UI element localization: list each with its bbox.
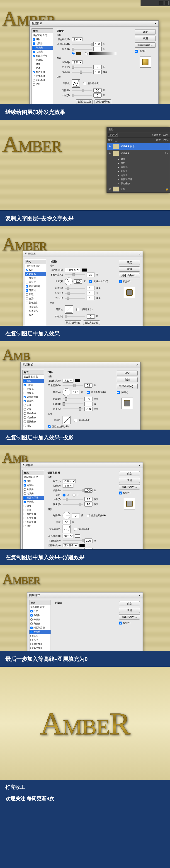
angle-input[interactable]	[72, 514, 80, 518]
blend-mode-select[interactable]: 正常	[108, 133, 117, 136]
visibility-icon[interactable]: 👁	[108, 152, 111, 155]
glow-color-radio[interactable]	[72, 52, 75, 55]
choke-slider[interactable]	[65, 293, 85, 293]
tool-icon[interactable]	[159, 1, 163, 5]
noise-slider[interactable]	[72, 49, 92, 50]
dialog-titlebar[interactable]: 图层样式✕	[21, 463, 143, 468]
opacity-input[interactable]	[93, 42, 102, 46]
cancel-button[interactable]: 取消	[119, 267, 140, 272]
bevel-style-select[interactable]: 内斜面	[63, 479, 76, 483]
size-input[interactable]	[87, 296, 95, 300]
style-item[interactable]: 内发光	[32, 50, 53, 54]
style-item[interactable]: 光泽	[25, 297, 46, 301]
global-light-check[interactable]	[89, 280, 92, 283]
preview-check[interactable]	[135, 50, 138, 53]
distance-input[interactable]	[87, 286, 95, 290]
style-blend-default[interactable]: 混合选项:自定	[25, 264, 46, 268]
dialog-titlebar[interactable]: 图层样式✕	[21, 362, 140, 368]
spread-input[interactable]	[84, 402, 93, 406]
cancel-button[interactable]: 取消	[135, 36, 156, 41]
style-item-active[interactable]: 等高线	[30, 630, 50, 634]
cancel-button[interactable]: 取消	[119, 478, 140, 483]
blend-mode-select[interactable]: 正片叠底	[65, 268, 80, 272]
set-default-button[interactable]: 设置为默认值	[65, 320, 81, 325]
opacity-value[interactable]: 100%	[163, 134, 168, 136]
angle-input[interactable]	[72, 390, 80, 394]
depth-slider[interactable]	[63, 490, 83, 491]
angle-input[interactable]	[74, 279, 82, 284]
shadow-mode-select[interactable]: 正片叠底	[63, 544, 78, 547]
preview-check[interactable]	[117, 391, 120, 394]
style-item[interactable]: 图案叠加	[25, 309, 46, 313]
altitude-input[interactable]	[63, 520, 71, 524]
tool-icon[interactable]	[165, 1, 169, 5]
glow-gradient-radio[interactable]	[85, 52, 88, 55]
ok-button[interactable]: 确定	[117, 371, 138, 376]
style-item[interactable]: 等高线	[25, 288, 46, 292]
opacity-input[interactable]	[87, 273, 95, 277]
highlight-mode-select[interactable]: 滤色	[63, 534, 73, 538]
spread-slider[interactable]	[72, 67, 92, 68]
preview-check[interactable]	[119, 622, 122, 624]
style-item[interactable]: 投影	[32, 37, 53, 41]
antialias-check[interactable]	[76, 308, 79, 311]
cancel-button[interactable]: 取消	[117, 377, 138, 382]
antialias-check[interactable]	[74, 528, 77, 531]
opacity-slider[interactable]	[65, 274, 85, 275]
angle-dial[interactable]	[65, 278, 72, 285]
new-style-button[interactable]: 新建样式(W)...	[117, 384, 138, 389]
size-input[interactable]	[84, 407, 93, 411]
preview-check[interactable]	[119, 492, 122, 494]
style-item[interactable]: 纹理	[25, 292, 46, 297]
style-item-active[interactable]: 外发光	[32, 45, 53, 50]
dialog-titlebar[interactable]: 图层样式 ✕	[30, 21, 159, 27]
layer-row-orig[interactable]: 👁 T AMBER fx ▾	[107, 150, 170, 157]
glow-gradient[interactable]	[89, 52, 116, 55]
depth-input[interactable]	[84, 488, 93, 493]
close-icon[interactable]: ✕	[136, 363, 138, 367]
close-icon[interactable]: ✕	[155, 22, 157, 25]
range-input[interactable]	[93, 88, 102, 93]
knockout-check[interactable]	[47, 425, 50, 428]
close-icon[interactable]: ✕	[138, 594, 141, 597]
visibility-icon[interactable]: 👁	[108, 187, 111, 191]
antialias-check[interactable]	[83, 82, 86, 85]
style-item[interactable]: 图案叠加	[32, 78, 53, 82]
size-slider[interactable]	[72, 72, 92, 73]
fx-badge[interactable]: fx ▾	[165, 152, 168, 155]
style-item[interactable]: 描边	[32, 82, 53, 87]
style-item[interactable]: 外发光	[25, 276, 46, 280]
style-item[interactable]: 纹理	[32, 62, 53, 66]
opacity-slider[interactable]	[63, 385, 83, 386]
distance-input[interactable]	[84, 397, 93, 401]
dialog-titlebar[interactable]: 图层样式✕	[27, 592, 143, 598]
style-item-active[interactable]: 内阴影	[25, 272, 46, 276]
style-item-active[interactable]: 斜面和浮雕	[23, 496, 44, 500]
angle-dial[interactable]	[63, 388, 70, 396]
spread-input[interactable]	[93, 65, 102, 69]
layers-tab[interactable]: 图层	[107, 127, 170, 132]
ok-button[interactable]: 确定	[119, 601, 140, 606]
distance-slider[interactable]	[63, 399, 83, 399]
jitter-input[interactable]	[93, 93, 102, 98]
cancel-button[interactable]: 取消	[119, 608, 140, 613]
lock-icon[interactable]	[115, 139, 117, 142]
shadow-color[interactable]	[79, 544, 85, 547]
global-light-check[interactable]	[87, 391, 90, 394]
style-item[interactable]: 颜色叠加	[32, 70, 53, 74]
fx-item[interactable]: ● 外发光	[107, 169, 170, 174]
highlight-color[interactable]	[75, 534, 80, 537]
fill-value[interactable]: 100%	[163, 139, 168, 142]
style-item[interactable]: 渐变叠加	[32, 74, 53, 78]
close-icon[interactable]: ✕	[138, 253, 141, 256]
opacity-slider[interactable]	[72, 44, 92, 45]
close-icon[interactable]: ✕	[138, 464, 141, 467]
soften-input[interactable]	[84, 502, 93, 506]
dialog-titlebar[interactable]: 图层样式✕	[23, 251, 143, 257]
dir-up-radio[interactable]	[63, 494, 66, 497]
contour-picker[interactable]	[63, 416, 71, 424]
glow-color-swatch[interactable]	[76, 52, 81, 55]
fx-item[interactable]: ● 内阴影	[107, 165, 170, 169]
fx-item[interactable]: ● 投影	[107, 161, 170, 165]
style-item[interactable]: 光泽	[32, 66, 53, 70]
